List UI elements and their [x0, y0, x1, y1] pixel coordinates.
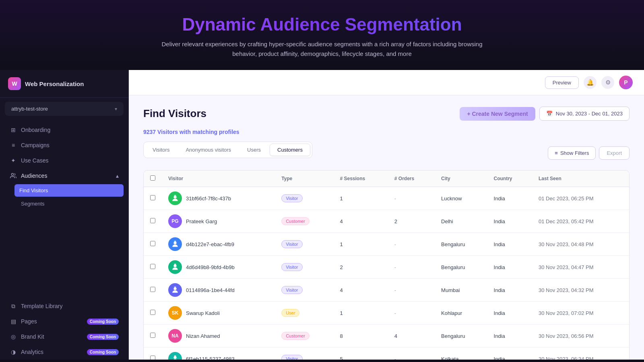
store-selector[interactable]: attryb-test-store ▾	[5, 102, 124, 116]
show-filters-button[interactable]: ≡ Show Filters	[548, 146, 596, 160]
sidebar-item-use-cases[interactable]: ✦ Use Cases	[0, 153, 128, 168]
avatar[interactable]: P	[619, 76, 633, 89]
analytics-icon: ◑	[10, 348, 17, 356]
export-button[interactable]: Export	[599, 146, 630, 160]
row-checkbox[interactable]	[150, 241, 155, 246]
type-badge: Visitor	[281, 355, 302, 360]
svg-point-8	[176, 243, 177, 244]
select-all-header	[144, 171, 162, 187]
table-row[interactable]: 6f1eb115-5237-4983 Visitor5-KolkataIndia…	[144, 348, 629, 360]
sidebar-subitem-find-visitors[interactable]: Find Visitors	[14, 184, 124, 197]
sidebar-item-label: Campaigns	[21, 142, 50, 148]
col-last-seen: Last Seen	[532, 171, 629, 187]
orders-cell: -	[388, 187, 435, 210]
svg-point-19	[173, 358, 174, 358]
tab-customers[interactable]: Customers	[270, 144, 310, 156]
visitor-avatar	[168, 260, 182, 274]
star-icon: ✦	[10, 157, 17, 164]
table-row[interactable]: d4b122e7-ebac-4fb9 Visitor1-BengaluruInd…	[144, 233, 629, 256]
sidebar-item-pages[interactable]: ▤ Pages Coming Soon	[0, 314, 128, 329]
table-row[interactable]: 0114896a-1be4-44fd Visitor4-MumbaiIndia3…	[144, 279, 629, 302]
last-seen-cell: 01 Dec 2023, 06:25 PM	[532, 187, 629, 210]
tab-users[interactable]: Users	[240, 144, 268, 156]
sidebar-item-label: Onboarding	[21, 127, 50, 133]
page-title: Find Visitors	[143, 107, 206, 120]
svg-point-13	[174, 287, 177, 290]
sidebar-item-campaigns[interactable]: ≡ Campaigns	[0, 138, 128, 153]
svg-rect-2	[174, 195, 176, 196]
sidebar: W Web Personalization attryb-test-store …	[0, 70, 129, 360]
visitor-avatar	[168, 191, 182, 205]
sessions-cell: 5	[333, 348, 388, 360]
row-checkbox[interactable]	[150, 264, 155, 269]
hero-subtitle: Deliver relevant experiences by crafting…	[149, 39, 495, 59]
type-badge: Visitor	[281, 194, 302, 202]
svg-point-1	[174, 195, 177, 198]
table-row[interactable]: NA Nizan Ahamed Customer84BengaluruIndia…	[144, 325, 629, 348]
sidebar-subitem-segments[interactable]: Segments	[0, 197, 128, 210]
row-checkbox[interactable]	[150, 287, 155, 292]
date-range-button[interactable]: 📅 Nov 30, 2023 - Dec 01, 2023	[539, 107, 630, 121]
sessions-cell: 1	[333, 233, 388, 256]
preview-button[interactable]: Preview	[545, 76, 579, 89]
table-row[interactable]: 4d6d49b8-9bfd-4b9b Visitor2-BengaluruInd…	[144, 256, 629, 279]
sidebar-item-label: Template Library	[21, 303, 63, 309]
sidebar-item-onboarding[interactable]: ⊞ Onboarding	[0, 122, 128, 138]
last-seen-cell: 30 Nov 2023, 04:32 PM	[532, 279, 629, 302]
hero-title: Dynamic Audience Segmentation	[8, 14, 636, 35]
main-content: Preview 🔔 ⚙ P Find Visitors + Create New…	[129, 70, 644, 360]
notifications-icon[interactable]: 🔔	[584, 76, 597, 89]
row-checkbox[interactable]	[150, 356, 155, 360]
city-cell: Bengaluru	[435, 256, 487, 279]
table-row[interactable]: SK Swarup Kadoli User1-KohlapurIndia30 N…	[144, 302, 629, 325]
visitor-cell: 31bf66cf-7f8c-437b	[168, 191, 268, 205]
row-checkbox[interactable]	[150, 310, 155, 315]
type-badge: Visitor	[281, 240, 302, 248]
svg-point-17	[174, 356, 177, 359]
orders-cell: 2	[388, 210, 435, 233]
row-checkbox[interactable]	[150, 195, 155, 200]
filter-label: Show Filters	[560, 150, 589, 156]
tab-visitors[interactable]: Visitors	[145, 144, 177, 156]
type-badge: Visitor	[281, 263, 302, 271]
svg-point-9	[174, 264, 177, 267]
app-layout: W Web Personalization attryb-test-store …	[0, 70, 644, 360]
svg-rect-10	[174, 264, 176, 265]
tab-bar-row: Visitors Anonymous visitors Users Custom…	[143, 142, 630, 165]
calendar-icon: 📅	[546, 111, 553, 117]
visitor-number: 9237	[143, 129, 156, 135]
sidebar-item-audiences[interactable]: Audiences ▴	[0, 168, 128, 183]
sub-item-label: Segments	[21, 201, 45, 207]
brand-icon-nav: ◎	[10, 333, 17, 340]
list-icon: ≡	[10, 142, 17, 149]
row-checkbox[interactable]	[150, 333, 155, 338]
chevron-down-icon: ▾	[115, 106, 117, 112]
orders-cell: 4	[388, 325, 435, 348]
last-seen-cell: 30 Nov 2023, 06:56 PM	[532, 325, 629, 348]
select-all-checkbox[interactable]	[150, 175, 155, 181]
sidebar-item-template-library[interactable]: ⧉ Template Library	[0, 298, 128, 314]
sidebar-item-brand-kit[interactable]: ◎ Brand Kit Coming Soon	[0, 329, 128, 344]
svg-point-15	[173, 289, 174, 290]
tab-anonymous-visitors[interactable]: Anonymous visitors	[178, 144, 238, 156]
country-cell: India	[487, 210, 532, 233]
sidebar-item-analytics[interactable]: ◑ Analytics Coming Soon	[0, 344, 128, 360]
row-checkbox[interactable]	[150, 218, 155, 223]
svg-point-11	[173, 266, 174, 267]
col-type: Type	[275, 171, 333, 187]
sessions-cell: 1	[333, 302, 388, 325]
page-content: Find Visitors + Create New Segment 📅 Nov…	[129, 95, 644, 360]
type-badge: Customer	[281, 332, 310, 340]
svg-point-3	[173, 197, 174, 198]
sidebar-brand: W Web Personalization	[0, 70, 128, 98]
visitor-count: 9237 Visitors with matching profiles	[143, 129, 630, 135]
table-row[interactable]: 31bf66cf-7f8c-437b Visitor1-LucknowIndia…	[144, 187, 629, 210]
last-seen-cell: 30 Nov 2023, 07:02 PM	[532, 302, 629, 325]
table-row[interactable]: PG Prateek Garg Customer42DelhiIndia01 D…	[144, 210, 629, 233]
settings-icon[interactable]: ⚙	[601, 76, 614, 89]
country-cell: India	[487, 348, 532, 360]
create-segment-button[interactable]: + Create New Segment	[460, 107, 535, 121]
svg-point-20	[176, 358, 177, 358]
header-actions: + Create New Segment 📅 Nov 30, 2023 - De…	[460, 107, 630, 121]
sessions-cell: 4	[333, 210, 388, 233]
